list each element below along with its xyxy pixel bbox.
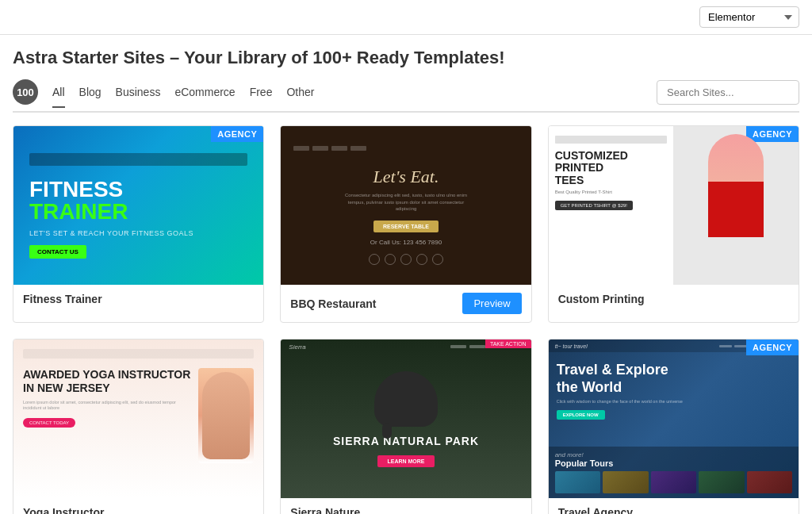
card-thumb-fitness[interactable]: AGENCY FITNESS TRAINER LET'S SET & REACH… xyxy=(13,126,263,285)
main-header: Astra Starter Sites – Your Library of 10… xyxy=(0,35,812,113)
page-title: Astra Starter Sites – Your Library of 10… xyxy=(13,48,799,68)
tab-ecommerce[interactable]: eCommerce xyxy=(174,84,235,100)
tab-blog[interactable]: Blog xyxy=(79,84,102,100)
card-bbq: Let's Eat. Consectetur adipiscing elit s… xyxy=(280,125,531,323)
filter-left: 100 All Blog Business eCommerce Free Oth… xyxy=(13,79,314,105)
filter-bar: 100 All Blog Business eCommerce Free Oth… xyxy=(13,79,799,113)
preview-button-bbq[interactable]: Preview xyxy=(462,293,521,314)
card-custom-printing: AGENCY CUSTOMIZEDPRINTEDTEES Best Qualit… xyxy=(548,125,799,323)
card-title-yoga: Yoga Instructor xyxy=(23,506,104,514)
card-footer-yoga: Yoga Instructor xyxy=(13,498,263,514)
card-fitness-trainer: AGENCY FITNESS TRAINER LET'S SET & REACH… xyxy=(13,125,264,323)
card-thumb-bbq[interactable]: Let's Eat. Consectetur adipiscing elit s… xyxy=(281,126,530,285)
card-footer-sierra: Sierra Nature xyxy=(281,498,530,514)
filter-tabs: All Blog Business eCommerce Free Other xyxy=(52,84,314,100)
card-title-sierra: Sierra Nature xyxy=(290,506,360,514)
card-title-fitness: Fitness Trainer xyxy=(23,293,102,305)
template-grid: AGENCY FITNESS TRAINER LET'S SET & REACH… xyxy=(0,125,812,514)
search-input[interactable] xyxy=(657,80,799,105)
card-thumb-travel[interactable]: AGENCY tt~ tour travel Travel & Exploret… xyxy=(549,339,799,498)
card-title-bbq: BBQ Restaurant xyxy=(290,297,376,310)
card-thumb-sierra[interactable]: Sierra TAKE ACTION SIERRA NATURAL PARK L… xyxy=(281,339,530,498)
card-title-travel: Travel Agency xyxy=(558,506,633,514)
count-badge: 100 xyxy=(13,79,38,105)
card-travel: AGENCY tt~ tour travel Travel & Exploret… xyxy=(548,339,799,514)
top-bar: Elementor Gutenberg Beaver Builder xyxy=(0,0,812,35)
card-thumb-printing[interactable]: AGENCY CUSTOMIZEDPRINTEDTEES Best Qualit… xyxy=(549,126,799,285)
tab-all[interactable]: All xyxy=(52,84,65,100)
card-footer-printing: Custom Printing xyxy=(549,285,799,313)
card-footer-bbq: BBQ Restaurant Preview xyxy=(281,285,530,322)
card-sierra: Sierra TAKE ACTION SIERRA NATURAL PARK L… xyxy=(280,339,531,514)
tab-other[interactable]: Other xyxy=(286,84,314,100)
card-footer-fitness: Fitness Trainer xyxy=(13,285,263,313)
card-title-printing: Custom Printing xyxy=(558,293,645,305)
card-yoga: AWARDED YOGA INSTRUCTOR IN NEW JERSEY Lo… xyxy=(13,339,264,514)
builder-select[interactable]: Elementor Gutenberg Beaver Builder xyxy=(699,6,799,28)
tab-free[interactable]: Free xyxy=(250,84,273,100)
card-thumb-yoga[interactable]: AWARDED YOGA INSTRUCTOR IN NEW JERSEY Lo… xyxy=(13,339,263,498)
card-footer-travel: Travel Agency xyxy=(549,498,799,514)
tab-business[interactable]: Business xyxy=(116,84,161,100)
